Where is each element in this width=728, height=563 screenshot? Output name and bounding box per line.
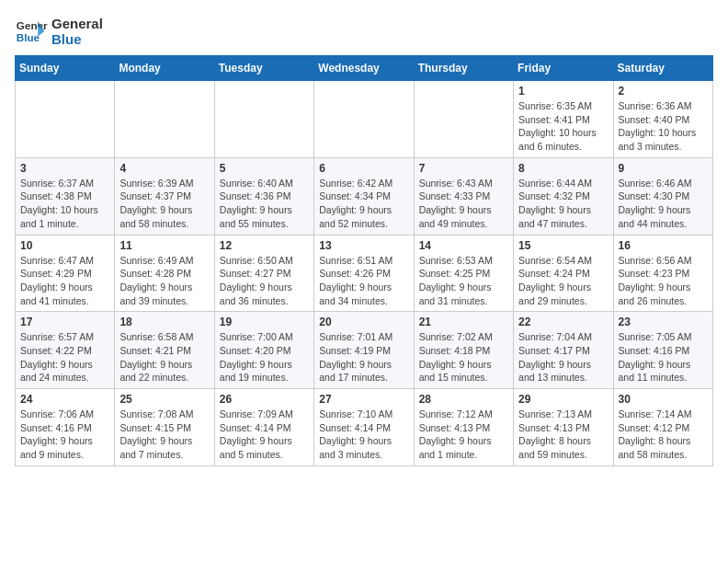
day-info: Sunrise: 7:02 AM Sunset: 4:18 PM Dayligh…: [419, 330, 508, 385]
day-info: Sunrise: 6:44 AM Sunset: 4:32 PM Dayligh…: [518, 177, 608, 231]
calendar-cell: 23Sunrise: 7:05 AM Sunset: 4:16 PM Dayli…: [613, 312, 712, 389]
day-info: Sunrise: 7:08 AM Sunset: 4:15 PM Dayligh…: [119, 408, 209, 462]
calendar-week-5: 24Sunrise: 7:06 AM Sunset: 4:16 PM Dayli…: [16, 389, 713, 466]
day-number: 11: [119, 239, 209, 252]
day-info: Sunrise: 6:57 AM Sunset: 4:22 PM Dayligh…: [20, 330, 109, 385]
day-number: 1: [518, 85, 608, 98]
calendar-cell: [214, 81, 313, 158]
day-info: Sunrise: 7:00 AM Sunset: 4:20 PM Dayligh…: [220, 330, 309, 385]
day-info: Sunrise: 7:06 AM Sunset: 4:16 PM Dayligh…: [20, 408, 109, 462]
calendar-cell: 26Sunrise: 7:09 AM Sunset: 4:14 PM Dayli…: [214, 389, 313, 466]
day-info: Sunrise: 7:14 AM Sunset: 4:12 PM Dayligh…: [619, 408, 708, 462]
calendar-week-3: 10Sunrise: 6:47 AM Sunset: 4:29 PM Dayli…: [16, 235, 713, 312]
day-info: Sunrise: 6:35 AM Sunset: 4:41 PM Dayligh…: [518, 99, 608, 154]
day-info: Sunrise: 6:49 AM Sunset: 4:28 PM Dayligh…: [119, 254, 209, 308]
day-number: 15: [518, 239, 608, 252]
day-info: Sunrise: 7:12 AM Sunset: 4:13 PM Dayligh…: [419, 408, 508, 462]
calendar-cell: 10Sunrise: 6:47 AM Sunset: 4:29 PM Dayli…: [16, 235, 115, 312]
day-info: Sunrise: 6:46 AM Sunset: 4:30 PM Dayligh…: [619, 177, 708, 231]
day-info: Sunrise: 6:50 AM Sunset: 4:27 PM Dayligh…: [220, 254, 309, 308]
calendar-week-4: 17Sunrise: 6:57 AM Sunset: 4:22 PM Dayli…: [16, 312, 713, 389]
day-number: 29: [518, 393, 608, 406]
col-header-saturday: Saturday: [613, 56, 712, 81]
day-info: Sunrise: 6:54 AM Sunset: 4:24 PM Dayligh…: [518, 254, 608, 308]
day-number: 17: [20, 316, 109, 328]
calendar-cell: 22Sunrise: 7:04 AM Sunset: 4:17 PM Dayli…: [514, 312, 613, 389]
calendar-cell: [314, 81, 414, 158]
calendar-cell: 15Sunrise: 6:54 AM Sunset: 4:24 PM Dayli…: [514, 235, 613, 312]
calendar-header: SundayMondayTuesdayWednesdayThursdayFrid…: [16, 56, 713, 81]
day-info: Sunrise: 6:47 AM Sunset: 4:29 PM Dayligh…: [20, 254, 109, 308]
day-info: Sunrise: 7:04 AM Sunset: 4:17 PM Dayligh…: [518, 330, 608, 385]
day-info: Sunrise: 6:53 AM Sunset: 4:25 PM Dayligh…: [419, 254, 508, 308]
calendar-cell: 9Sunrise: 6:46 AM Sunset: 4:30 PM Daylig…: [613, 157, 712, 235]
day-number: 22: [518, 316, 608, 328]
calendar-cell: 13Sunrise: 6:51 AM Sunset: 4:26 PM Dayli…: [314, 235, 414, 312]
day-number: 10: [20, 239, 109, 252]
col-header-tuesday: Tuesday: [214, 56, 313, 81]
day-info: Sunrise: 7:10 AM Sunset: 4:14 PM Dayligh…: [319, 408, 408, 462]
col-header-thursday: Thursday: [414, 56, 513, 81]
day-info: Sunrise: 7:13 AM Sunset: 4:13 PM Dayligh…: [518, 408, 608, 462]
day-number: 16: [619, 239, 708, 252]
calendar-cell: 5Sunrise: 6:40 AM Sunset: 4:36 PM Daylig…: [214, 157, 313, 235]
day-number: 26: [220, 393, 309, 406]
col-header-wednesday: Wednesday: [314, 56, 414, 81]
calendar-cell: 25Sunrise: 7:08 AM Sunset: 4:15 PM Dayli…: [115, 389, 214, 466]
calendar-cell: 7Sunrise: 6:43 AM Sunset: 4:33 PM Daylig…: [414, 157, 513, 235]
logo-icon: General Blue: [15, 15, 48, 48]
page-header: General Blue General Blue: [15, 15, 713, 48]
col-header-sunday: Sunday: [16, 56, 115, 81]
calendar-cell: 11Sunrise: 6:49 AM Sunset: 4:28 PM Dayli…: [115, 235, 214, 312]
day-number: 14: [419, 239, 508, 252]
calendar-cell: 21Sunrise: 7:02 AM Sunset: 4:18 PM Dayli…: [414, 312, 513, 389]
calendar-cell: 17Sunrise: 6:57 AM Sunset: 4:22 PM Dayli…: [16, 312, 115, 389]
calendar-cell: 19Sunrise: 7:00 AM Sunset: 4:20 PM Dayli…: [214, 312, 313, 389]
day-number: 6: [319, 162, 408, 175]
day-info: Sunrise: 6:37 AM Sunset: 4:38 PM Dayligh…: [20, 177, 109, 231]
svg-text:Blue: Blue: [17, 31, 40, 43]
day-number: 27: [319, 393, 408, 406]
day-number: 19: [220, 316, 309, 328]
day-number: 2: [619, 85, 708, 98]
calendar-cell: 24Sunrise: 7:06 AM Sunset: 4:16 PM Dayli…: [16, 389, 115, 466]
calendar-cell: 6Sunrise: 6:42 AM Sunset: 4:34 PM Daylig…: [314, 157, 414, 235]
day-info: Sunrise: 6:58 AM Sunset: 4:21 PM Dayligh…: [119, 330, 209, 385]
day-number: 13: [319, 239, 408, 252]
calendar-body: 1Sunrise: 6:35 AM Sunset: 4:41 PM Daylig…: [16, 81, 713, 466]
day-info: Sunrise: 7:01 AM Sunset: 4:19 PM Dayligh…: [319, 330, 408, 385]
calendar-cell: 14Sunrise: 6:53 AM Sunset: 4:25 PM Dayli…: [414, 235, 513, 312]
calendar-cell: 12Sunrise: 6:50 AM Sunset: 4:27 PM Dayli…: [214, 235, 313, 312]
day-number: 7: [419, 162, 508, 175]
calendar-cell: 27Sunrise: 7:10 AM Sunset: 4:14 PM Dayli…: [314, 389, 414, 466]
day-info: Sunrise: 6:56 AM Sunset: 4:23 PM Dayligh…: [619, 254, 708, 308]
calendar-cell: 2Sunrise: 6:36 AM Sunset: 4:40 PM Daylig…: [613, 81, 712, 158]
calendar-cell: 8Sunrise: 6:44 AM Sunset: 4:32 PM Daylig…: [514, 157, 613, 235]
day-number: 24: [20, 393, 109, 406]
day-info: Sunrise: 6:39 AM Sunset: 4:37 PM Dayligh…: [119, 177, 209, 231]
calendar-cell: 3Sunrise: 6:37 AM Sunset: 4:38 PM Daylig…: [16, 157, 115, 235]
day-number: 5: [220, 162, 309, 175]
calendar-cell: [115, 81, 214, 158]
col-header-monday: Monday: [115, 56, 214, 81]
logo-blue: Blue: [51, 31, 103, 47]
day-number: 3: [20, 162, 109, 175]
day-number: 30: [619, 393, 708, 406]
logo-general: General: [51, 16, 103, 31]
calendar-cell: 1Sunrise: 6:35 AM Sunset: 4:41 PM Daylig…: [514, 81, 613, 158]
calendar-cell: 4Sunrise: 6:39 AM Sunset: 4:37 PM Daylig…: [115, 157, 214, 235]
day-info: Sunrise: 7:09 AM Sunset: 4:14 PM Dayligh…: [220, 408, 309, 462]
calendar-week-1: 1Sunrise: 6:35 AM Sunset: 4:41 PM Daylig…: [16, 81, 713, 158]
day-info: Sunrise: 6:40 AM Sunset: 4:36 PM Dayligh…: [220, 177, 309, 231]
calendar-cell: [16, 81, 115, 158]
calendar-cell: 30Sunrise: 7:14 AM Sunset: 4:12 PM Dayli…: [613, 389, 712, 466]
calendar-cell: 20Sunrise: 7:01 AM Sunset: 4:19 PM Dayli…: [314, 312, 414, 389]
logo: General Blue General Blue: [15, 15, 103, 48]
calendar-week-2: 3Sunrise: 6:37 AM Sunset: 4:38 PM Daylig…: [16, 157, 713, 235]
day-number: 23: [619, 316, 708, 328]
calendar-cell: 29Sunrise: 7:13 AM Sunset: 4:13 PM Dayli…: [514, 389, 613, 466]
day-info: Sunrise: 6:36 AM Sunset: 4:40 PM Dayligh…: [619, 99, 708, 154]
day-number: 25: [119, 393, 209, 406]
day-number: 28: [419, 393, 508, 406]
day-number: 12: [220, 239, 309, 252]
